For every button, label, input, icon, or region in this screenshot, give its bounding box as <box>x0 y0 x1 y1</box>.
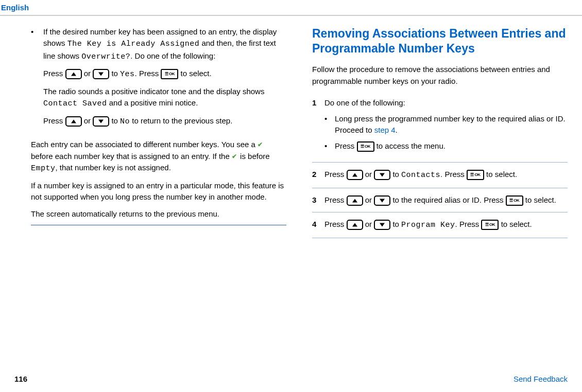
text: to select. <box>486 170 517 179</box>
step-number: 2 <box>312 169 324 182</box>
bullet-text: Press to access the menu. <box>335 140 446 152</box>
bullet-text: If the desired number key has been assig… <box>43 26 286 133</box>
text: , that number key is not assigned. <box>56 163 171 172</box>
up-arrow-icon <box>65 69 82 79</box>
check-icon <box>258 141 264 147</box>
text: to <box>111 69 120 78</box>
step-bullet: • Long press the programmed number key t… <box>324 113 568 136</box>
text: . Press <box>135 69 161 78</box>
step-item: 2 Press or to Contacts. Press to select. <box>312 164 568 187</box>
paragraph: Each entry can be associated to differen… <box>31 139 286 175</box>
ok-key-icon <box>481 220 499 230</box>
text: Long press the programmed number key to … <box>335 114 566 135</box>
lcd-text: Yes <box>120 70 135 79</box>
text: to access the menu. <box>376 141 446 150</box>
page-number: 116 <box>14 373 27 385</box>
text: . <box>396 126 398 134</box>
text: is before <box>238 152 270 161</box>
text: . Press <box>455 220 482 228</box>
text: or <box>84 69 93 78</box>
lcd-text: Contacts <box>401 171 440 180</box>
text: Press <box>43 116 65 125</box>
text: to select. <box>181 69 212 78</box>
text: Press <box>335 141 357 150</box>
up-arrow-icon <box>347 170 363 180</box>
down-arrow-icon <box>93 116 109 127</box>
step-item: 1 Do one of the following: • Long press … <box>312 92 568 161</box>
header-lang: English <box>1 3 29 12</box>
text: to <box>392 220 401 228</box>
text: or <box>365 220 374 228</box>
check-icon <box>232 153 238 159</box>
text: Do one of the following: <box>324 98 405 107</box>
paragraph: The radio sounds a positive indicator to… <box>43 86 286 110</box>
step-item: 4 Press or to Program Key. Press to sele… <box>312 213 568 237</box>
lcd-text: Empty <box>31 164 56 173</box>
up-arrow-icon <box>347 195 363 206</box>
paragraph: Press or to No to return to the previous… <box>43 115 286 128</box>
bullet-dot: • <box>324 113 335 136</box>
step-divider <box>312 212 568 212</box>
bullet-dot: • <box>324 140 335 152</box>
step-number: 3 <box>312 194 324 206</box>
ok-key-icon <box>161 69 178 79</box>
step-number: 4 <box>312 219 324 231</box>
text: or <box>365 195 374 204</box>
step-divider <box>312 162 568 163</box>
intro-paragraph: Follow the procedure to remove the assoc… <box>312 64 568 87</box>
right-column: Removing Associations Between Entries an… <box>307 26 568 239</box>
text: Each entry can be associated to differen… <box>31 140 258 149</box>
lcd-text: Overwrite? <box>81 52 130 61</box>
paragraph: Press or to Yes. Press to select. <box>43 68 286 81</box>
text: or <box>84 116 93 125</box>
text: The screen automatically returns to the … <box>31 209 219 218</box>
left-column: • If the desired number key has been ass… <box>14 26 286 239</box>
ok-key-icon <box>357 141 374 152</box>
text: to the required alias or ID. Press <box>392 195 505 204</box>
text: to select. <box>525 195 556 204</box>
text: Press <box>324 195 347 204</box>
text: Press <box>324 220 347 228</box>
text: and a positive mini notice. <box>107 98 198 107</box>
text: The radio sounds a positive indicator to… <box>43 87 264 96</box>
down-arrow-icon <box>374 195 390 206</box>
text: to return to the previous step. <box>130 116 232 125</box>
page-footer: 116 Send Feedback <box>0 373 582 385</box>
bullet-text: Long press the programmed number key to … <box>335 113 568 136</box>
step-divider <box>312 188 568 188</box>
section-divider <box>31 225 286 225</box>
step-bullet: • Press to access the menu. <box>324 140 568 152</box>
step-content: Press or to the required alias or ID. Pr… <box>324 194 568 206</box>
bullet-item: • If the desired number key has been ass… <box>31 26 286 133</box>
down-arrow-icon <box>93 69 109 79</box>
page-header: English <box>0 0 582 16</box>
content-area: • If the desired number key has been ass… <box>0 16 582 239</box>
text: before each number key that is assigned … <box>31 152 232 161</box>
ok-key-icon <box>506 195 523 206</box>
lcd-text: Contact Saved <box>43 99 107 108</box>
bullet-dot: • <box>31 26 43 133</box>
lcd-text: No <box>120 117 130 126</box>
step-divider <box>312 238 568 238</box>
text: or <box>365 170 374 179</box>
text: If a number key is assigned to an entry … <box>31 181 284 202</box>
text: to <box>392 170 401 179</box>
paragraph: If a number key is assigned to an entry … <box>31 180 286 203</box>
down-arrow-icon <box>374 220 390 230</box>
step-number: 1 <box>312 97 324 156</box>
text: . Do one of the following: <box>130 51 215 60</box>
section-title: Removing Associations Between Entries an… <box>312 26 568 57</box>
text: to <box>111 116 120 125</box>
step-link[interactable]: step 4 <box>374 126 396 134</box>
ok-key-icon <box>467 170 484 180</box>
lcd-text: The Key is Already Assigned <box>67 40 200 48</box>
up-arrow-icon <box>347 220 363 230</box>
step-content: Do one of the following: • Long press th… <box>324 97 568 156</box>
send-feedback-link[interactable]: Send Feedback <box>513 373 568 385</box>
down-arrow-icon <box>374 170 390 180</box>
text: Press <box>43 69 65 78</box>
text: to select. <box>501 220 532 228</box>
step-content: Press or to Program Key. Press to select… <box>324 219 568 231</box>
lcd-text: Program Key <box>401 221 455 229</box>
text: Press <box>324 170 347 179</box>
